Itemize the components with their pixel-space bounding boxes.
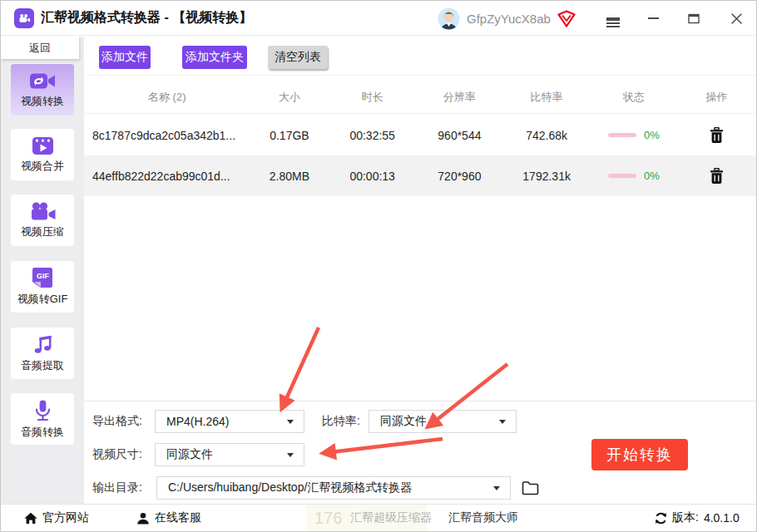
header-size: 大小 [250,90,329,105]
sidebar-item-label: 视频压缩 [21,224,64,239]
status-bar: 176 官方网站 在线客服 汇帮超级压缩器 汇帮音频大师 [1,504,756,531]
progress-bar [608,133,636,137]
table-row[interactable]: 8c1787c9dca2c05a342b1... 0.17GB 00:32:55… [84,115,756,155]
title-bar: 汇帮视频格式转换器 - 【视频转换】 GfpZyYucX8ab [1,1,756,36]
bitrate-select[interactable]: 同源文件 [369,410,517,433]
trash-icon [710,127,724,144]
back-button[interactable]: 返回 [1,37,79,59]
video-size-select[interactable]: 同源文件 [155,443,304,466]
audio-master-label: 汇帮音频大师 [448,510,518,525]
header-duration: 时长 [329,90,416,105]
export-format-value: MP4(H.264) [166,415,229,428]
person-icon [136,512,150,525]
official-site-link[interactable]: 官方网站 [24,505,89,531]
folder-icon [522,480,539,495]
home-icon [24,512,37,525]
video-size-label: 视频尺寸: [92,443,142,466]
add-file-button[interactable]: 添加文件 [99,46,151,69]
bitrate-label: 比特率: [322,410,360,433]
output-dir-value: C:/Users/huibang/Desktop/汇帮视频格式转换器 [168,480,412,495]
header-actions: 操作 [677,90,756,105]
cell-name: 44effb822d22cab99c01d... [84,170,250,183]
cell-bitrate: 1792.31k [503,170,591,183]
arrow-to-export-format [282,328,319,408]
trash-icon [710,168,724,185]
online-service-label: 在线客服 [155,510,201,525]
browse-folder-button[interactable] [520,479,540,497]
panel-separator [85,401,756,401]
minimize-button[interactable] [641,7,665,29]
version-info[interactable]: 版本: 4.0.1.0 [655,505,740,531]
cell-size: 0.17GB [250,129,329,142]
header-bitrate: 比特率 [503,90,591,105]
video-convert-icon [29,71,56,91]
chevron-down-icon [499,420,506,424]
file-table-header: 名称 (2) 大小 时长 分辨率 比特率 状态 操作 [84,81,756,114]
start-convert-button[interactable]: 开始转换 [591,439,688,470]
export-format-select[interactable]: MP4(H.264) [155,410,304,433]
audio-extract-icon [32,333,53,355]
progress-percent: 0% [644,129,660,141]
sidebar: 返回 视频转换 视频合并 [1,37,84,504]
header-status: 状态 [590,90,677,105]
vip-badge-icon [557,10,576,27]
cell-resolution: 960*544 [416,129,503,142]
cell-status: 0% [591,170,678,182]
cell-name: 8c1787c9dca2c05a342b1... [84,129,250,142]
user-account[interactable]: GfpZyYucX8ab [438,7,576,30]
cell-status: 0% [591,129,678,141]
sidebar-item-video-to-gif[interactable]: GIF 视频转GIF [11,261,74,313]
cell-resolution: 720*960 [416,170,503,183]
cell-duration: 00:00:13 [329,170,416,183]
sidebar-item-video-convert[interactable]: 视频转换 [11,64,74,116]
version-label: 版本: [672,510,699,525]
video-merge-icon [32,136,54,155]
progress-percent: 0% [644,170,660,182]
window-title: 汇帮视频格式转换器 - 【视频转换】 [41,9,252,27]
super-compressor-label: 汇帮超级压缩器 [350,510,432,525]
sidebar-item-audio-extract[interactable]: 音频提取 [11,328,74,379]
cell-duration: 00:32:55 [329,129,416,142]
arrow-to-video-size [324,439,443,453]
chevron-down-icon [287,420,294,424]
menu-button[interactable] [601,7,626,29]
delete-file-button[interactable] [707,126,727,145]
chevron-down-icon [493,486,500,490]
delete-file-button[interactable] [707,166,727,186]
video-compress-icon [30,202,56,221]
app-window: 汇帮视频格式转换器 - 【视频转换】 GfpZyYucX8ab [0,0,757,532]
toolbar-separator [87,75,756,76]
output-dir-select[interactable]: C:/Users/huibang/Desktop/汇帮视频格式转换器 [156,476,511,500]
export-format-label: 导出格式: [92,410,142,433]
output-dir-label: 输出目录: [92,476,142,500]
sidebar-item-video-compress[interactable]: 视频压缩 [11,195,74,246]
user-avatar [438,7,460,30]
sidebar-item-label: 视频转换 [21,94,64,109]
header-resolution: 分辨率 [416,90,503,105]
sidebar-item-label: 视频合并 [21,159,64,174]
audio-master-link[interactable]: 汇帮音频大师 [448,505,518,531]
clear-list-button[interactable]: 清空列表 [268,46,328,69]
online-service-link[interactable]: 在线客服 [136,505,201,531]
svg-text:GIF: GIF [37,272,50,280]
table-row[interactable]: 44effb822d22cab99c01d... 2.80MB 00:00:13… [84,155,756,196]
user-name: GfpZyYucX8ab [467,12,551,26]
cell-bitrate: 742.68k [503,129,591,142]
close-button[interactable] [724,7,749,29]
sidebar-item-label: 音频转换 [21,425,64,440]
header-name: 名称 (2) [84,90,250,105]
maximize-button[interactable] [681,7,706,29]
cell-size: 2.80MB [250,170,329,183]
video-size-value: 同源文件 [166,447,213,462]
bitrate-value: 同源文件 [380,414,427,429]
version-value: 4.0.1.0 [704,511,740,525]
sidebar-item-audio-convert[interactable]: 音频转换 [11,393,74,445]
super-compressor-link[interactable]: 汇帮超级压缩器 [350,505,432,531]
sidebar-item-label: 音频提取 [21,358,64,373]
sidebar-item-label: 视频转GIF [17,292,68,307]
sidebar-item-video-merge[interactable]: 视频合并 [11,129,74,180]
video-to-gif-icon: GIF [32,267,53,288]
progress-bar [608,174,636,178]
add-folder-button[interactable]: 添加文件夹 [182,46,247,69]
refresh-icon [655,512,667,525]
